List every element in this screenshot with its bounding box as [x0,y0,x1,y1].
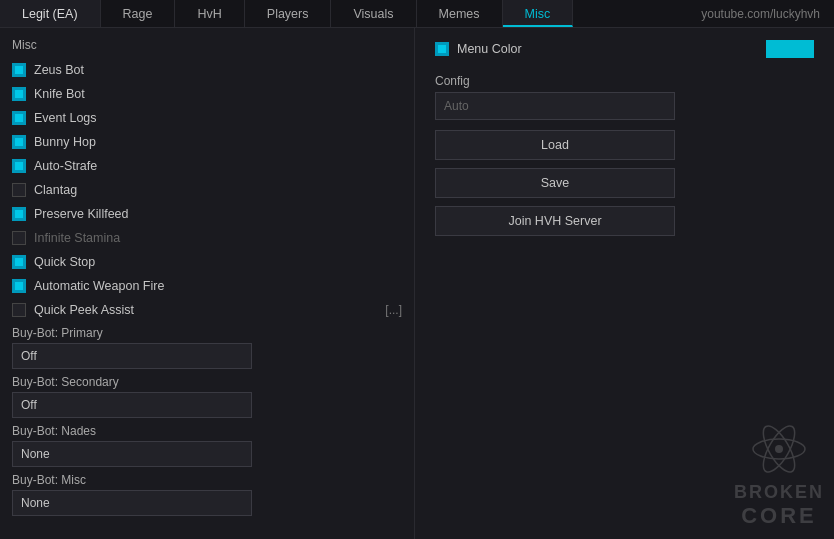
color-swatch[interactable] [766,40,814,58]
quick-peek-dots-button[interactable]: [...] [385,303,402,317]
dropdown-nades[interactable]: None [12,441,252,467]
checkbox-clantag[interactable] [12,183,26,197]
checkbox-auto-weapon-fire[interactable] [12,279,26,293]
checkbox-knife-bot[interactable] [12,87,26,101]
tab-rage[interactable]: Rage [101,0,176,27]
option-zeus-bot[interactable]: Zeus Bot [0,58,414,82]
option-knife-bot[interactable]: Knife Bot [0,82,414,106]
label-event-logs: Event Logs [34,111,97,125]
option-quick-stop[interactable]: Quick Stop [0,250,414,274]
dropdown-misc-buy[interactable]: None [12,490,252,516]
option-preserve-killfeed[interactable]: Preserve Killfeed [0,202,414,226]
dropdown-label-nades: Buy-Bot: Nades [12,424,402,438]
checkbox-preserve-killfeed[interactable] [12,207,26,221]
option-auto-strafe[interactable]: Auto-Strafe [0,154,414,178]
dropdown-group-nades: Buy-Bot: Nades None [0,420,414,469]
label-bunny-hop: Bunny Hop [34,135,96,149]
tab-players[interactable]: Players [245,0,332,27]
tab-memes[interactable]: Memes [417,0,503,27]
dropdown-label-primary: Buy-Bot: Primary [12,326,402,340]
tab-bar: Legit (EA) Rage HvH Players Visuals Meme… [0,0,834,28]
checkbox-event-logs[interactable] [12,111,26,125]
label-preserve-killfeed: Preserve Killfeed [34,207,129,221]
main-content: Misc Zeus Bot Knife Bot Event Logs Bunny… [0,28,834,539]
tab-legit-ea[interactable]: Legit (EA) [0,0,101,27]
checkbox-quick-stop[interactable] [12,255,26,269]
option-infinite-stamina[interactable]: Infinite Stamina [0,226,414,250]
tab-visuals[interactable]: Visuals [331,0,416,27]
option-quick-peek[interactable]: Quick Peek Assist [...] [0,298,414,322]
dropdown-primary[interactable]: Off [12,343,252,369]
dropdown-label-secondary: Buy-Bot: Secondary [12,375,402,389]
checkbox-bunny-hop[interactable] [12,135,26,149]
join-hvh-server-button[interactable]: Join HVH Server [435,206,675,236]
option-bunny-hop[interactable]: Bunny Hop [0,130,414,154]
menu-color-row: Menu Color [435,40,814,58]
dropdown-group-primary: Buy-Bot: Primary Off [0,322,414,371]
option-auto-weapon-fire[interactable]: Automatic Weapon Fire [0,274,414,298]
label-quick-peek: Quick Peek Assist [34,303,134,317]
option-clantag[interactable]: Clantag [0,178,414,202]
watermark: BROKEN CORE [734,419,824,529]
tab-misc[interactable]: Misc [503,0,574,27]
label-infinite-stamina: Infinite Stamina [34,231,120,245]
atom-icon [749,419,809,479]
label-knife-bot: Knife Bot [34,87,85,101]
label-auto-weapon-fire: Automatic Weapon Fire [34,279,164,293]
label-clantag: Clantag [34,183,77,197]
watermark-line2: CORE [741,503,817,529]
svg-point-0 [775,445,783,453]
checkbox-quick-peek[interactable] [12,303,26,317]
checkbox-infinite-stamina[interactable] [12,231,26,245]
save-button[interactable]: Save [435,168,675,198]
label-quick-stop: Quick Stop [34,255,95,269]
config-input[interactable] [435,92,675,120]
dropdown-secondary[interactable]: Off [12,392,252,418]
checkbox-auto-strafe[interactable] [12,159,26,173]
tab-hvh[interactable]: HvH [175,0,244,27]
right-panel: Menu Color Config Load Save Join HVH Ser… [415,28,834,539]
watermark-line1: BROKEN [734,483,824,503]
checkbox-zeus-bot[interactable] [12,63,26,77]
left-panel: Misc Zeus Bot Knife Bot Event Logs Bunny… [0,28,415,539]
checkbox-menu-color[interactable] [435,42,449,56]
dropdown-label-misc: Buy-Bot: Misc [12,473,402,487]
label-zeus-bot: Zeus Bot [34,63,84,77]
menu-color-label: Menu Color [457,42,766,56]
section-title: Misc [0,36,414,58]
load-button[interactable]: Load [435,130,675,160]
dropdown-group-misc: Buy-Bot: Misc None [0,469,414,518]
label-auto-strafe: Auto-Strafe [34,159,97,173]
tab-url: youtube.com/luckyhvh [687,0,834,27]
dropdown-group-secondary: Buy-Bot: Secondary Off [0,371,414,420]
config-label: Config [435,74,814,88]
option-event-logs[interactable]: Event Logs [0,106,414,130]
